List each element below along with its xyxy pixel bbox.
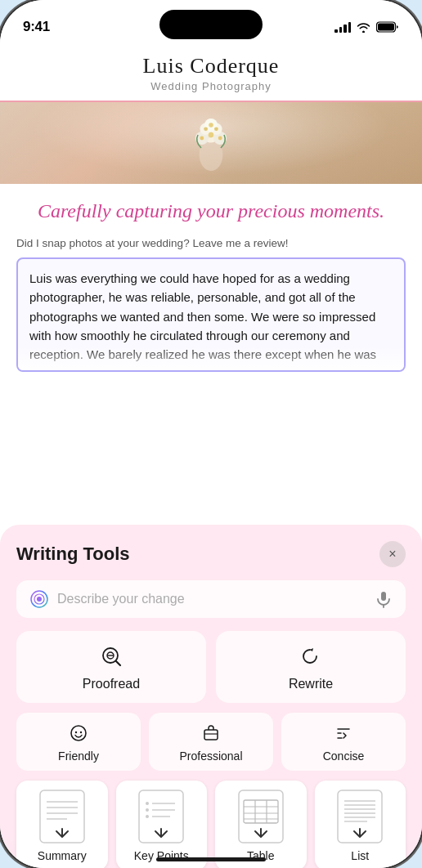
- svg-point-40: [146, 802, 149, 805]
- summary-doc-icon: [38, 789, 86, 844]
- friendly-label: Friendly: [58, 749, 99, 763]
- list-doc-icon: [336, 789, 384, 844]
- page-content: Luis Coderque Wedding Photography: [0, 43, 422, 372]
- svg-point-15: [209, 123, 213, 128]
- list-button[interactable]: List: [315, 781, 406, 868]
- svg-point-18: [37, 597, 42, 602]
- home-indicator: [156, 857, 266, 861]
- svg-line-23: [116, 661, 120, 665]
- site-title: Luis Coderque: [16, 54, 406, 78]
- svg-point-42: [146, 808, 149, 812]
- rewrite-label: Rewrite: [289, 677, 333, 691]
- summary-label: Summary: [38, 849, 87, 862]
- svg-point-27: [80, 732, 82, 733]
- friendly-icon: [70, 724, 88, 745]
- microphone-icon[interactable]: [375, 590, 393, 608]
- writing-tools-title: Writing Tools: [16, 544, 130, 565]
- proofread-button[interactable]: Proofread: [16, 631, 206, 703]
- dynamic-island: [159, 10, 263, 39]
- svg-rect-19: [381, 592, 386, 601]
- status-icons: [334, 21, 399, 33]
- table-button[interactable]: Table: [215, 781, 307, 868]
- describe-change-placeholder: Describe your change: [57, 592, 366, 606]
- concise-icon: [334, 724, 352, 745]
- battery-icon: [376, 21, 399, 33]
- professional-icon: [202, 724, 220, 745]
- svg-point-12: [218, 136, 222, 141]
- svg-point-14: [214, 127, 218, 131]
- proofread-label: Proofread: [83, 677, 140, 691]
- status-time: 9:41: [23, 19, 50, 35]
- wifi-icon: [357, 22, 370, 33]
- bouquet-decoration: [178, 109, 244, 177]
- close-button[interactable]: ×: [379, 541, 406, 567]
- svg-point-11: [200, 136, 204, 141]
- tagline: Carefully capturing your precious moment…: [0, 184, 422, 234]
- phone-frame: 9:41 Luis: [0, 0, 422, 868]
- svg-point-13: [204, 127, 208, 131]
- svg-point-25: [71, 726, 86, 740]
- key-points-button[interactable]: Key Points: [116, 781, 208, 868]
- hero-image: [0, 102, 422, 184]
- describe-change-input-bar[interactable]: Describe your change: [16, 580, 406, 618]
- signal-icon: [334, 22, 351, 33]
- svg-point-26: [75, 732, 77, 733]
- apple-intelligence-icon: [29, 589, 49, 609]
- tool-row-medium: Friendly Professional: [16, 713, 406, 771]
- rewrite-button[interactable]: Rewrite: [216, 631, 406, 703]
- svg-rect-1: [378, 24, 394, 31]
- svg-point-10: [209, 132, 213, 137]
- review-prompt: Did I snap photos at your wedding? Leave…: [0, 234, 422, 257]
- proofread-icon: [101, 646, 122, 670]
- summary-button[interactable]: Summary: [16, 781, 108, 868]
- professional-label: Professional: [179, 749, 242, 763]
- rewrite-icon: [300, 646, 321, 670]
- list-label: List: [351, 849, 369, 862]
- concise-button[interactable]: Concise: [281, 713, 406, 771]
- tool-row-small: Summary Key Points: [16, 781, 406, 868]
- key-points-doc-icon: [137, 789, 185, 844]
- writing-tools-header: Writing Tools ×: [16, 541, 406, 567]
- svg-rect-28: [204, 730, 218, 740]
- professional-button[interactable]: Professional: [149, 713, 273, 771]
- table-doc-icon: [237, 789, 285, 844]
- writing-tools-panel: Writing Tools ×: [0, 525, 422, 868]
- site-subtitle: Wedding Photography: [16, 80, 406, 92]
- review-text: Luis was everything we could have hoped …: [16, 257, 406, 372]
- svg-point-44: [146, 815, 149, 818]
- tool-row-large: Proofread Rewrite: [16, 631, 406, 703]
- site-header: Luis Coderque Wedding Photography: [0, 43, 422, 102]
- concise-label: Concise: [323, 749, 365, 763]
- friendly-button[interactable]: Friendly: [16, 713, 141, 771]
